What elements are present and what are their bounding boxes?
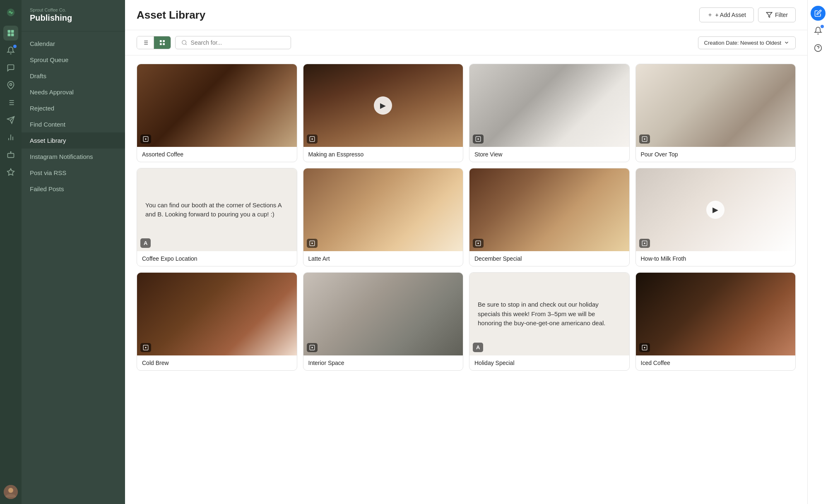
app-logo-icon[interactable] [3, 5, 18, 20]
grid-view-button[interactable] [154, 36, 171, 49]
svg-point-38 [145, 138, 147, 140]
asset-image [636, 273, 796, 355]
sidebar-item-calendar[interactable]: Calendar [22, 36, 125, 52]
asset-type-badge [639, 134, 650, 144]
asset-type-badge [639, 343, 650, 352]
chevron-down-icon [784, 40, 789, 46]
notification-dot [13, 45, 17, 48]
asset-type-badge [307, 343, 318, 352]
sidebar-item-find-content[interactable]: Find Content [22, 116, 125, 132]
asset-label: Cold Brew [137, 355, 297, 370]
asset-card[interactable]: Latte Art [303, 168, 464, 266]
asset-card[interactable]: You can find our booth at the corner of … [137, 168, 297, 266]
asset-card[interactable]: December Special [469, 168, 630, 266]
page-title: Asset Library [137, 9, 205, 22]
main-content: Asset Library ＋ + Add Asset Filter [125, 0, 807, 504]
sidebar-item-drafts[interactable]: Drafts [22, 68, 125, 84]
sidebar-item-asset-library[interactable]: Asset Library [22, 132, 125, 149]
grid-view-icon [159, 39, 166, 46]
asset-card[interactable]: Cold Brew [137, 272, 297, 371]
list-view-button[interactable] [137, 36, 154, 49]
asset-image [303, 168, 463, 251]
asset-card[interactable]: Store View [469, 64, 630, 162]
sidebar-item-failed-posts[interactable]: Failed Posts [22, 181, 125, 197]
icon-rail [0, 0, 22, 504]
sidebar-item-sprout-queue[interactable]: Sprout Queue [22, 52, 125, 68]
send-icon[interactable] [3, 113, 18, 127]
edit-button[interactable] [811, 6, 826, 21]
svg-rect-31 [160, 40, 162, 42]
svg-rect-4 [11, 34, 14, 36]
asset-image [137, 64, 297, 147]
asset-label: Making an Esspresso [303, 147, 463, 162]
asset-type-badge [473, 239, 484, 248]
asset-card[interactable]: Assorted Coffee [137, 64, 297, 162]
main-header: Asset Library ＋ + Add Asset Filter [125, 0, 807, 30]
user-avatar[interactable] [4, 485, 18, 499]
svg-rect-34 [163, 43, 165, 45]
add-asset-button[interactable]: ＋ + Add Asset [699, 7, 754, 22]
svg-rect-33 [160, 43, 162, 45]
play-button: ▶ [374, 96, 392, 115]
svg-point-54 [311, 347, 313, 348]
svg-point-42 [477, 138, 479, 140]
star-icon[interactable] [3, 165, 18, 180]
asset-image [469, 168, 629, 251]
asset-card[interactable]: Interior Space [303, 272, 464, 371]
svg-point-5 [10, 84, 12, 86]
sidebar-nav: Calendar Sprout Queue Drafts Needs Appro… [22, 31, 125, 504]
pin-icon[interactable] [3, 78, 18, 93]
asset-image: ▶ [636, 168, 796, 251]
sidebar: Sprout Coffee Co. Publishing Calendar Sp… [22, 0, 125, 504]
asset-type-badge [473, 134, 484, 144]
svg-rect-1 [8, 30, 11, 33]
asset-image: ▶ [303, 64, 463, 147]
asset-type-badge [140, 134, 151, 144]
messages-icon[interactable] [3, 60, 18, 75]
notifications-right-icon[interactable] [811, 23, 826, 38]
list-icon[interactable] [3, 95, 18, 110]
search-input[interactable] [191, 39, 285, 46]
asset-label: Interior Space [303, 355, 463, 370]
asset-text-area: You can find our booth at the corner of … [137, 168, 297, 251]
asset-image [636, 64, 796, 147]
asset-label: Latte Art [303, 251, 463, 266]
asset-label: Store View [469, 147, 629, 162]
sidebar-item-rejected[interactable]: Rejected [22, 100, 125, 116]
asset-label: Pour Over Top [636, 147, 796, 162]
asset-text-content: You can find our booth at the corner of … [145, 201, 289, 219]
filter-button[interactable]: Filter [758, 7, 796, 22]
asset-card[interactable]: Iced Coffee [635, 272, 796, 371]
search-box[interactable] [175, 36, 291, 49]
asset-card[interactable]: Be sure to stop in and check out our hol… [469, 272, 630, 371]
asset-type-badge [307, 239, 318, 248]
brand-company: Sprout Coffee Co. [30, 7, 117, 12]
svg-marker-24 [766, 12, 772, 17]
asset-type-text-badge: A [473, 343, 483, 352]
asset-grid: Assorted Coffee ▶ Making an Esspresso St… [125, 55, 807, 504]
asset-label: Holiday Special [469, 355, 629, 370]
asset-type-badge [307, 134, 318, 144]
sort-dropdown[interactable]: Creation Date: Newest to Oldest [698, 36, 796, 49]
sidebar-item-needs-approval[interactable]: Needs Approval [22, 84, 125, 100]
asset-label: How-to Milk Froth [636, 251, 796, 266]
play-button: ▶ [706, 201, 724, 219]
bot-icon[interactable] [3, 147, 18, 162]
sidebar-item-instagram-notifications[interactable]: Instagram Notifications [22, 149, 125, 165]
help-icon[interactable] [811, 41, 826, 55]
asset-card[interactable]: ▶ Making an Esspresso [303, 64, 464, 162]
svg-point-50 [644, 242, 645, 244]
brand-product: Publishing [30, 13, 117, 23]
analytics-icon[interactable] [3, 130, 18, 145]
asset-type-badge [639, 239, 650, 248]
asset-label: Assorted Coffee [137, 147, 297, 162]
sidebar-item-post-via-rss[interactable]: Post via RSS [22, 165, 125, 181]
asset-label: Iced Coffee [636, 355, 796, 370]
notifications-icon[interactable] [3, 43, 18, 58]
publishing-icon[interactable] [3, 26, 18, 41]
asset-card[interactable]: Pour Over Top [635, 64, 796, 162]
right-panel [807, 0, 828, 504]
asset-card[interactable]: ▶ How-to Milk Froth [635, 168, 796, 266]
notification-dot-right [821, 25, 824, 28]
svg-point-56 [644, 347, 645, 348]
